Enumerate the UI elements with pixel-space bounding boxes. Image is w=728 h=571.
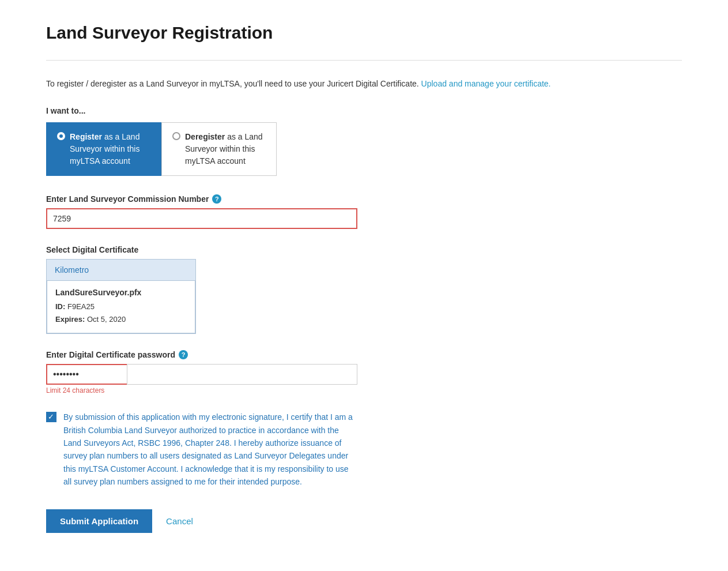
button-row: Submit Application Cancel bbox=[46, 509, 682, 533]
commission-help-icon[interactable]: ? bbox=[212, 194, 221, 204]
password-wrapper: Limit 24 characters bbox=[46, 364, 682, 395]
cert-expires: Expires: Oct 5, 2020 bbox=[55, 313, 187, 326]
commission-field-group: Enter Land Surveyor Commission Number ? bbox=[46, 194, 682, 229]
password-label: Enter Digital Certificate password ? bbox=[46, 350, 682, 359]
deregister-option-label: Deregister as a Land Surveyor within thi… bbox=[185, 131, 266, 167]
cert-filename: LandSureSurveyor.pfx bbox=[55, 288, 187, 297]
agreement-section: By submission of this application with m… bbox=[46, 411, 357, 488]
password-input-right[interactable] bbox=[127, 364, 357, 385]
cert-dropdown[interactable]: Kilometro bbox=[47, 260, 195, 281]
cert-section-label: Select Digital Certificate bbox=[46, 245, 682, 254]
intro-text: To register / deregister as a Land Surve… bbox=[46, 78, 682, 90]
commission-input[interactable] bbox=[46, 208, 357, 229]
agreement-checkbox-wrapper bbox=[46, 412, 56, 425]
password-help-icon[interactable]: ? bbox=[179, 350, 188, 359]
cert-upload-link[interactable]: Upload and manage your certificate. bbox=[421, 79, 551, 88]
agreement-text: By submission of this application with m… bbox=[63, 411, 357, 488]
deregister-radio-dot bbox=[172, 132, 180, 140]
agreement-checkbox[interactable] bbox=[46, 412, 56, 422]
deregister-option[interactable]: Deregister as a Land Surveyor within thi… bbox=[161, 122, 277, 176]
cert-select-group: Select Digital Certificate Kilometro Lan… bbox=[46, 245, 682, 334]
register-option[interactable]: Register as a Land Surveyor within this … bbox=[46, 122, 161, 176]
submit-button[interactable]: Submit Application bbox=[46, 509, 152, 533]
registration-type-group: Register as a Land Surveyor within this … bbox=[46, 122, 682, 176]
page-title: Land Surveyor Registration bbox=[46, 23, 682, 43]
cancel-link[interactable]: Cancel bbox=[166, 516, 193, 526]
digital-cert-box: Kilometro LandSureSurveyor.pfx ID: F9EA2… bbox=[46, 259, 196, 334]
want-to-label: I want to... bbox=[46, 106, 682, 115]
register-radio-dot bbox=[57, 132, 65, 140]
password-input-left[interactable] bbox=[46, 364, 127, 385]
register-option-label: Register as a Land Surveyor within this … bbox=[70, 131, 150, 167]
password-input-row bbox=[46, 364, 682, 385]
commission-label: Enter Land Surveyor Commission Number ? bbox=[46, 194, 682, 204]
password-field-group: Enter Digital Certificate password ? Lim… bbox=[46, 350, 682, 395]
cert-id: ID: F9EA25 bbox=[55, 300, 187, 313]
char-limit-text: Limit 24 characters bbox=[46, 386, 682, 395]
cert-details: LandSureSurveyor.pfx ID: F9EA25 Expires:… bbox=[47, 281, 195, 333]
